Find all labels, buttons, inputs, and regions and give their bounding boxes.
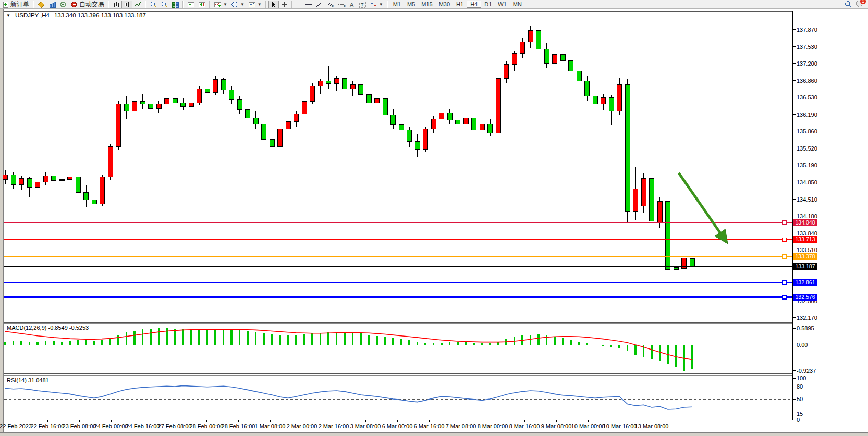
cursor-button[interactable] — [268, 1, 279, 8]
channel-icon: E — [326, 1, 334, 8]
level-line-handle — [783, 238, 786, 241]
trendline-icon — [316, 1, 323, 8]
time-axis-label: 2 Mar 16:00 — [319, 423, 349, 429]
level-line-handle — [783, 281, 786, 284]
template-button[interactable]: ▼ — [247, 1, 263, 8]
arrows-button[interactable]: ▼ — [368, 1, 385, 8]
trend-arrow-annotation[interactable] — [679, 173, 728, 244]
timeframe-w1[interactable]: W1 — [495, 1, 510, 7]
svg-text:F: F — [344, 5, 346, 8]
time-axis-label: 2 Mar 00:00 — [287, 423, 317, 429]
price-axis-label: 137.870 — [797, 27, 817, 33]
timeframe-m15[interactable]: M15 — [418, 1, 435, 7]
macd-pane — [4, 328, 792, 371]
separator — [209, 1, 210, 8]
horizontal-line-icon — [305, 1, 312, 8]
time-axis-label: 10 Mar 00:00 — [571, 423, 605, 429]
time-axis-label: 28 Feb 00:00 — [190, 423, 224, 429]
separator — [387, 1, 388, 8]
price-axis-label: 136.530 — [797, 94, 817, 101]
depth-of-market-button[interactable] — [47, 1, 57, 8]
text-button[interactable]: A — [348, 1, 357, 8]
candlestick-type-button[interactable] — [121, 1, 132, 8]
chart-canvas[interactable] — [0, 0, 868, 436]
sound-button[interactable] — [58, 1, 68, 8]
fibonacci-icon: F — [338, 1, 346, 8]
zoom-in-button[interactable] — [148, 1, 158, 8]
rsi-axis-label: 100 — [797, 375, 806, 381]
symbol-timeframe-label: USDJPY-,H4 — [15, 12, 50, 18]
new-order-button[interactable]: 新订单 — [1, 1, 31, 8]
time-axis-label: 1 Mar 08:00 — [255, 423, 286, 429]
price-level-badge: 132.861 — [793, 279, 817, 286]
channel-button[interactable]: E — [325, 1, 336, 8]
time-axis-label: 7 Mar 08:00 — [446, 423, 476, 429]
time-axis-label: 22 Feb 16:00 — [31, 423, 65, 429]
macd-axis-label: -0.9237 — [797, 368, 816, 374]
time-axis-label: 24 Feb 16:00 — [126, 423, 160, 429]
separator — [108, 1, 109, 8]
period-button[interactable]: ▼ — [229, 1, 246, 8]
search-icon[interactable] — [845, 1, 852, 8]
auto-trading-button[interactable]: 自动交易 — [69, 1, 106, 8]
separator — [145, 1, 146, 8]
price-axis-label: 133.840 — [797, 230, 817, 236]
timeframe-mn[interactable]: MN — [510, 1, 525, 7]
vertical-line-button[interactable] — [295, 1, 303, 8]
time-axis-label: 8 Mar 00:00 — [478, 423, 508, 429]
auto-trading-icon — [70, 1, 78, 8]
sound-icon — [59, 1, 67, 8]
auto-scroll-button[interactable] — [186, 1, 196, 8]
timeframe-d1[interactable]: D1 — [481, 1, 495, 7]
chart-shift-button[interactable] — [197, 1, 207, 8]
macd-axis-label: 0.5895 — [797, 325, 814, 331]
time-axis-label: 23 Feb 08:00 — [63, 423, 96, 429]
price-axis-label: 137.530 — [797, 44, 817, 50]
level-lines[interactable] — [4, 221, 792, 299]
time-axis-label: 10 Mar 16:00 — [603, 423, 637, 429]
horizontal-line-button[interactable] — [303, 1, 314, 8]
timeframe-h1[interactable]: H1 — [453, 1, 467, 7]
time-axis-label: 27 Feb 08:00 — [158, 423, 192, 429]
price-axis-label: 135.520 — [797, 145, 817, 152]
text-label-button[interactable]: T — [357, 1, 368, 8]
price-axis: 137.870137.530137.200136.860136.530136.1… — [792, 0, 865, 432]
separator — [33, 1, 34, 8]
rsi-line — [5, 385, 692, 409]
rsi-axis-label: 50 — [797, 396, 803, 402]
price-axis-label: 136.190 — [797, 111, 817, 118]
timeframe-h4[interactable]: H4 — [467, 1, 481, 8]
price-axis-label: 132.170 — [797, 315, 817, 321]
timeframe-m30[interactable]: M30 — [436, 1, 453, 7]
chat-button[interactable]: 1 — [855, 0, 864, 9]
chevron-down-icon: ▼ — [379, 2, 383, 7]
price-level-badge: 134.048 — [793, 219, 817, 226]
level-line-handle — [783, 221, 786, 225]
price-axis-label: 134.180 — [797, 213, 817, 219]
line-chart-type-button[interactable] — [133, 1, 143, 8]
price-level-badge: 133.378 — [793, 253, 817, 260]
time-axis-label: 22 Feb 2023 — [0, 423, 32, 429]
time-axis: 22 Feb 202322 Feb 16:0023 Feb 08:0024 Fe… — [0, 422, 868, 432]
trendline-button[interactable] — [314, 1, 324, 8]
market-watch-button[interactable] — [36, 1, 46, 8]
timeframe-group: M1M5M15M30H1H4D1W1MN — [390, 1, 525, 8]
tile-windows-icon — [172, 1, 179, 8]
bar-chart-type-button[interactable] — [111, 1, 121, 8]
indicators-button[interactable]: ▼ — [212, 1, 229, 8]
chevron-down-icon: ▼ — [223, 2, 227, 7]
line-chart-type-icon — [135, 1, 141, 8]
crosshair-button[interactable] — [279, 1, 289, 8]
chevron-down-icon[interactable]: ▼ — [6, 13, 10, 18]
fibonacci-button[interactable]: F — [336, 1, 347, 8]
price-level-badge: 133.187 — [793, 263, 817, 270]
auto-trading-label: 自动交易 — [79, 0, 104, 9]
new-order-label: 新订单 — [10, 0, 29, 9]
timeframe-m1[interactable]: M1 — [390, 1, 404, 7]
template-icon — [248, 1, 255, 8]
timeframe-m5[interactable]: M5 — [404, 1, 418, 7]
price-level-badge: 132.576 — [793, 294, 817, 301]
zoom-out-button[interactable] — [159, 1, 169, 8]
tile-windows-button[interactable] — [170, 1, 180, 8]
price-axis-label: 134.510 — [797, 196, 817, 203]
